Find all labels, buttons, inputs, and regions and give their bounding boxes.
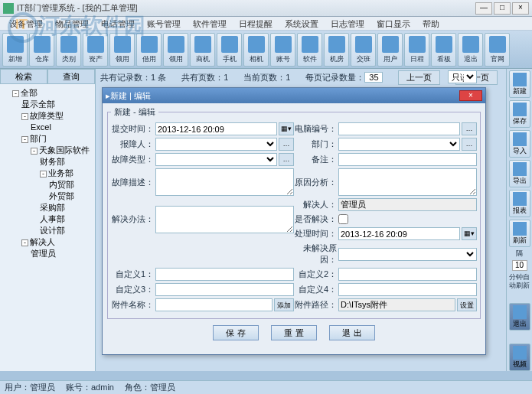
import-button[interactable]: 导入 — [509, 130, 530, 158]
process-time-input[interactable] — [338, 227, 460, 240]
remark-input[interactable] — [338, 153, 477, 166]
app-icon — [3, 3, 14, 14]
tree-node[interactable]: 人事部 — [40, 213, 92, 225]
menu-item[interactable]: 软件管理 — [187, 17, 233, 30]
unsolved-reason-select[interactable] — [338, 248, 477, 261]
tree-node[interactable]: -部门 -天象国际软件 财务部 -业务部 内贸部 外贸部 采购部 人 — [21, 133, 92, 236]
toolbar-button[interactable]: 领用 — [109, 33, 135, 67]
maximize-button[interactable]: □ — [494, 2, 511, 15]
custom2-input[interactable] — [338, 268, 477, 281]
lookup-button[interactable]: … — [462, 138, 477, 151]
toolbar-button[interactable]: 退出 — [458, 33, 483, 67]
custom3-input[interactable] — [155, 283, 294, 296]
toolbar-button[interactable]: 用户 — [377, 33, 403, 67]
tree-node[interactable]: -解决人 管理员 — [21, 236, 92, 259]
reset-button[interactable]: 重 置 — [271, 325, 317, 340]
toolbar-button[interactable]: 官网 — [485, 33, 510, 67]
user-icon — [382, 36, 399, 53]
custom4-input[interactable] — [338, 283, 477, 296]
menu-item[interactable]: 日程提醒 — [233, 17, 279, 30]
tree-node[interactable]: 财务部 — [40, 156, 92, 168]
tree-node[interactable]: 设计部 — [40, 225, 92, 236]
report-button[interactable]: 报表 — [509, 190, 530, 217]
dialog-close-button[interactable]: × — [459, 90, 482, 101]
menu-item[interactable]: 日志管理 — [325, 17, 370, 30]
attachment-name-input[interactable] — [155, 298, 273, 311]
toolbar-button[interactable]: 类别 — [56, 33, 81, 67]
menu-item[interactable]: 物品管理 — [49, 17, 95, 30]
tree-node[interactable]: -全部 显示全部 -故障类型 Excel -部门 -天象国际软件 财务部 -业务… — [12, 87, 92, 259]
tree-node[interactable]: 采购部 — [40, 202, 92, 213]
toolbar-button[interactable]: 资产 — [83, 33, 108, 67]
toolbar-button[interactable]: 借用 — [136, 33, 162, 67]
tree-node[interactable]: -业务部 内贸部 外贸部 — [40, 168, 92, 202]
toolbar-button[interactable]: 机房 — [324, 33, 349, 67]
prev-page-button[interactable]: 上一页 — [398, 70, 440, 85]
set-path-button[interactable]: 设置 — [457, 298, 477, 311]
new-button[interactable]: 新建 — [509, 70, 530, 98]
menu-item[interactable]: 电话管理 — [95, 17, 141, 30]
submit-time-input[interactable] — [155, 122, 277, 135]
toolbar-button[interactable]: 交班 — [351, 33, 376, 67]
solved-checkbox[interactable] — [338, 214, 348, 224]
tree-node[interactable]: 管理员 — [31, 248, 92, 259]
cause-input[interactable] — [338, 168, 477, 196]
plus-icon — [7, 36, 24, 53]
tree-node[interactable]: -天象国际软件 财务部 -业务部 内贸部 外贸部 采购部 人事部 — [31, 145, 92, 236]
attachment-path-input[interactable] — [338, 298, 455, 311]
add-attachment-button[interactable]: 添加 — [274, 298, 294, 311]
pc-number-input[interactable] — [338, 122, 460, 135]
tree-node[interactable]: 内贸部 — [49, 179, 92, 190]
tree-node[interactable]: -故障类型 Excel — [21, 110, 92, 133]
tree-node[interactable]: 显示全部 — [21, 99, 92, 110]
tree-node[interactable]: 外贸部 — [49, 190, 92, 202]
solver-input[interactable] — [338, 198, 477, 211]
toolbar-button[interactable]: 仓库 — [29, 33, 54, 67]
menu-item[interactable]: 账号管理 — [141, 17, 187, 30]
toolbar-button[interactable]: 账号 — [270, 33, 295, 67]
save-button[interactable]: 保存 — [509, 100, 530, 128]
menu-item[interactable]: 帮助 — [416, 17, 446, 30]
exit-button[interactable]: 退 出 — [329, 325, 375, 340]
toolbar-button[interactable]: 商机 — [190, 33, 215, 67]
menu-item[interactable]: 窗口显示 — [370, 17, 416, 30]
dept-select[interactable] — [338, 138, 460, 151]
fault-type-select[interactable] — [155, 153, 277, 166]
perpage-input[interactable] — [364, 72, 383, 83]
custom1-input[interactable] — [155, 268, 294, 281]
home-icon — [489, 36, 506, 53]
server-icon — [328, 36, 345, 53]
minimize-button[interactable]: — — [475, 2, 492, 15]
toolbar-button[interactable]: 软件 — [297, 33, 322, 67]
toolbar-button[interactable]: 相机 — [243, 33, 269, 67]
toolbar-button[interactable]: 看板 — [431, 33, 456, 67]
close-button[interactable]: × — [512, 2, 529, 15]
toolbar-button[interactable]: 手机 — [217, 33, 242, 67]
reporter-select[interactable] — [155, 138, 277, 151]
export-button[interactable]: 导出 — [509, 160, 530, 187]
date-picker-icon[interactable]: ▦▾ — [279, 122, 294, 135]
video-button[interactable]: 视频 — [509, 344, 530, 371]
toolbar: 新增 仓库 类别 资产 领用 借用 领用 商机 手机 相机 账号 软件 机房 交… — [0, 31, 532, 69]
save-button[interactable]: 保 存 — [213, 325, 259, 340]
refresh-button[interactable]: 刷新 — [509, 220, 530, 247]
lookup-button[interactable]: … — [279, 153, 294, 166]
solution-input[interactable] — [155, 206, 294, 233]
tab-query[interactable]: 查询 — [47, 69, 95, 84]
date-picker-icon[interactable]: ▦▾ — [462, 227, 477, 240]
tree-node[interactable]: Excel — [31, 122, 92, 133]
menu-item[interactable]: 设备管理 — [3, 17, 49, 30]
interval-value[interactable]: 10 — [512, 260, 527, 271]
fault-desc-input[interactable] — [155, 168, 294, 196]
toolbar-button[interactable]: 领用 — [163, 33, 188, 67]
menu-item[interactable]: 系统设置 — [279, 17, 325, 30]
tab-search[interactable]: 检索 — [0, 69, 47, 84]
left-panel: 检索 查询 -全部 显示全部 -故障类型 Excel -部门 -天象国际软件 财… — [0, 69, 96, 371]
exit-button[interactable]: 退出 — [509, 303, 530, 331]
lookup-button[interactable]: … — [462, 122, 477, 135]
readonly-combo[interactable]: 只读 — [448, 70, 477, 83]
dialog-titlebar[interactable]: ▸ 新建 | 编辑 × — [103, 88, 485, 103]
lookup-button[interactable]: … — [279, 138, 294, 151]
toolbar-button[interactable]: 日程 — [404, 33, 429, 67]
toolbar-button[interactable]: 新增 — [2, 33, 28, 67]
